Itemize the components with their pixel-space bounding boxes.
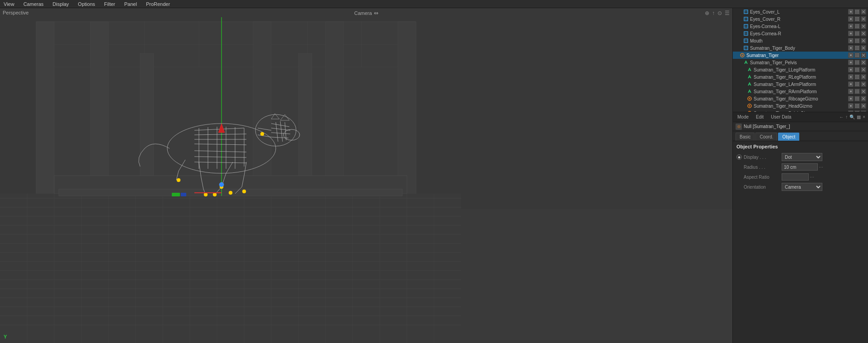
nav-up[interactable]: ↑ <box>845 114 848 119</box>
visibility-btn[interactable] <box>848 31 854 36</box>
scene-item[interactable]: Eyes_Cover_R <box>733 15 868 23</box>
radius-expand[interactable]: ⋯ <box>819 165 823 170</box>
dots-btn[interactable] <box>854 60 860 65</box>
svg-point-311 <box>857 105 858 106</box>
svg-point-225 <box>857 62 858 63</box>
display-select[interactable]: Dot Circle Square Line <box>782 153 822 161</box>
visibility-btn[interactable] <box>848 45 854 51</box>
scene-item-name: Sumatran_Tiger_Pelvis <box>750 60 847 65</box>
visibility-btn[interactable] <box>848 96 854 101</box>
svg-point-282 <box>858 91 859 92</box>
svg-point-315 <box>858 107 859 108</box>
scene-item[interactable]: Eyes_Cover_L <box>733 8 868 15</box>
x-btn[interactable] <box>861 31 866 36</box>
svg-point-165 <box>858 33 859 34</box>
viewport-ctrl-2[interactable]: ↑ <box>712 10 715 16</box>
scene-item[interactable]: Eyes-Cornea-R <box>733 30 868 37</box>
radius-input[interactable] <box>782 163 818 171</box>
menu-cameras[interactable]: Cameras <box>22 1 46 7</box>
aspect-ratio-expand[interactable]: ⋯ <box>810 175 814 180</box>
radius-value: ⋯ <box>782 163 864 171</box>
x-btn[interactable] <box>861 52 866 58</box>
menu-panel[interactable]: Panel <box>123 1 139 7</box>
mode-btn[interactable]: Mode <box>736 114 750 120</box>
object-path-bar: ◎ Null [Sumatran_Tiger_] <box>733 122 868 131</box>
dots-btn[interactable] <box>854 81 860 87</box>
visibility-btn[interactable] <box>848 81 854 87</box>
dots-btn[interactable] <box>854 96 860 101</box>
dots-btn[interactable] <box>854 45 860 51</box>
orientation-select[interactable]: Camera XY ZY XZ <box>782 183 822 191</box>
scene-item[interactable]: Sumatran_Tiger_RibcageGizmo <box>733 95 868 102</box>
nav-arrows: ← ↑ 🔍 ▦ × <box>839 114 865 119</box>
x-btn[interactable] <box>861 89 866 94</box>
visibility-btn[interactable] <box>848 24 854 29</box>
scene-item[interactable]: Sumatran_Tiger_HeadGizmo <box>733 102 868 110</box>
dots-btn[interactable] <box>854 31 860 36</box>
nav-list[interactable]: ▦ <box>857 114 861 119</box>
scene-item[interactable]: Eyes-Cornea-L <box>733 23 868 30</box>
menu-options[interactable]: Options <box>76 1 97 7</box>
viewport[interactable]: Perspective Camera ⇔ ⊕ ↑ ⊙ ☰ <box>0 8 732 343</box>
x-btn[interactable] <box>861 96 866 101</box>
dots-btn[interactable] <box>854 38 860 43</box>
scene-item[interactable]: Mouth <box>733 37 868 44</box>
viewport-ctrl-4[interactable]: ☰ <box>725 10 730 16</box>
tab-coord[interactable]: Coord. <box>755 133 777 141</box>
svg-point-228 <box>857 63 858 64</box>
scene-item-type-icon <box>747 89 752 94</box>
dots-btn[interactable] <box>854 67 860 72</box>
visibility-btn[interactable] <box>848 103 854 109</box>
x-btn[interactable] <box>861 74 866 80</box>
svg-point-131 <box>855 19 856 19</box>
visibility-btn[interactable] <box>848 16 854 22</box>
menu-view[interactable]: View <box>2 1 16 7</box>
visibility-btn[interactable] <box>848 38 854 43</box>
dots-btn[interactable] <box>854 9 860 14</box>
tab-basic[interactable]: Basic <box>736 133 755 141</box>
visibility-btn[interactable] <box>848 89 854 94</box>
x-btn[interactable] <box>861 38 866 43</box>
edit-btn[interactable]: Edit <box>754 114 765 120</box>
visibility-btn[interactable] <box>848 60 854 65</box>
visibility-btn[interactable] <box>848 67 854 72</box>
viewport-ctrl-3[interactable]: ⊙ <box>717 10 722 16</box>
x-btn[interactable] <box>861 67 866 72</box>
dots-btn[interactable] <box>854 89 860 94</box>
svg-point-149 <box>858 26 859 27</box>
nav-close[interactable]: × <box>863 114 865 119</box>
scene-item[interactable]: Sumatran_Tiger <box>733 52 868 59</box>
dots-btn[interactable] <box>854 52 860 58</box>
viewport-ctrl-1[interactable]: ⊕ <box>705 10 709 16</box>
x-btn[interactable] <box>861 16 866 22</box>
dots-btn[interactable] <box>854 103 860 109</box>
x-btn[interactable] <box>861 81 866 87</box>
dots-btn[interactable] <box>854 16 860 22</box>
userdata-btn[interactable]: User Data <box>769 114 793 120</box>
menu-display[interactable]: Display <box>51 1 71 7</box>
visibility-btn[interactable] <box>848 9 854 14</box>
menu-prorender[interactable]: ProRender <box>144 1 172 7</box>
x-btn[interactable] <box>861 9 866 14</box>
display-toggle[interactable]: ● <box>736 154 742 160</box>
svg-point-307 <box>855 104 856 105</box>
x-btn[interactable] <box>861 103 866 109</box>
dots-btn[interactable] <box>854 74 860 80</box>
x-btn[interactable] <box>861 60 866 65</box>
nav-back[interactable]: ← <box>839 114 844 119</box>
scene-item[interactable]: Sumatran_Tiger_LLegPlatform <box>733 66 868 73</box>
scene-item[interactable]: Sumatran_Tiger_Body <box>733 44 868 52</box>
visibility-btn[interactable] <box>848 52 854 58</box>
aspect-ratio-input[interactable] <box>782 173 809 181</box>
visibility-btn[interactable] <box>848 74 854 80</box>
scene-item[interactable]: Sumatran_Tiger_LArmPlatform <box>733 81 868 88</box>
x-btn[interactable] <box>861 24 866 29</box>
x-btn[interactable] <box>861 45 866 51</box>
menu-filter[interactable]: Filter <box>102 1 117 7</box>
nav-search[interactable]: 🔍 <box>849 114 855 119</box>
scene-item[interactable]: Sumatran_Tiger_RLegPlatform <box>733 73 868 81</box>
dots-btn[interactable] <box>854 24 860 29</box>
scene-item[interactable]: Sumatran_Tiger_Pelvis <box>733 59 868 66</box>
scene-item[interactable]: Sumatran_Tiger_RArmPlatform <box>733 88 868 95</box>
tab-object[interactable]: Object <box>778 133 799 141</box>
